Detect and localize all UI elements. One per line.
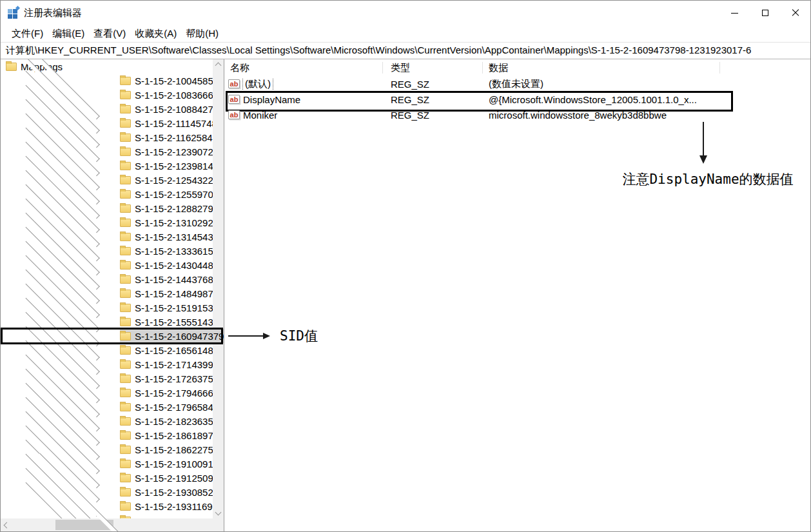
tree-item-label: S-1-15-2-1162584699-752881360-25: [135, 132, 224, 143]
string-value-icon: ab: [228, 95, 240, 104]
folder-icon: [120, 332, 131, 340]
scrollbar-corner: [213, 518, 224, 531]
tree-item-label: S-1-15-2-1310292540-1029022339-4: [135, 217, 224, 228]
menu-item[interactable]: 收藏夹(A): [130, 28, 181, 40]
folder-icon: [120, 91, 131, 99]
tree-horizontal-scrollbar[interactable]: [1, 518, 213, 531]
folder-icon: [6, 63, 17, 71]
maximize-button[interactable]: [750, 1, 780, 25]
folder-icon: [120, 403, 131, 411]
tree-item-label: S-1-15-2-1255970798-2717750985-49: [135, 189, 224, 200]
folder-icon: [120, 247, 131, 255]
menu-item[interactable]: 查看(V): [89, 28, 130, 40]
window-title: 注册表编辑器: [24, 7, 82, 19]
menu-item[interactable]: 文件(F): [7, 28, 48, 40]
value-name: DisplayName: [243, 94, 300, 105]
folder-icon: [120, 190, 131, 199]
folder-icon: [120, 204, 131, 213]
value-name: (默认): [243, 78, 273, 90]
scroll-up-icon[interactable]: [215, 63, 222, 69]
scroll-left-icon[interactable]: [4, 522, 10, 528]
tree-item-label: S-1-15-2-1443768658-4142614663-2: [135, 274, 224, 285]
tree-item-label: S-1-15-2-1930852602-715273891-22: [135, 487, 224, 498]
folder-icon: [120, 446, 131, 454]
folder-icon: [120, 162, 131, 170]
folder-icon: [120, 105, 131, 113]
registry-value-row[interactable]: abDisplayNameREG_SZ@{Microsoft.WindowsSt…: [224, 92, 810, 107]
maximize-icon: [762, 10, 768, 16]
close-button[interactable]: [780, 1, 810, 25]
folder-icon: [120, 346, 131, 355]
value-data: (数值未设置): [483, 78, 810, 90]
registry-tree-panel: Mappings S-1-15-2-1004585581-463866918-9…: [1, 59, 224, 531]
column-header-name[interactable]: 名称: [224, 62, 383, 74]
folder-icon: [120, 119, 131, 128]
annotation-sid-note: SID值: [280, 327, 318, 345]
tree-item-label: S-1-15-2-1796584566-1979181429-1: [135, 402, 224, 413]
menu-item[interactable]: 帮助(H): [181, 28, 223, 40]
folder-icon: [120, 233, 131, 241]
folder-icon: [120, 133, 131, 142]
value-data: @{Microsoft.WindowsStore_12005.1001.1.0_…: [483, 94, 810, 105]
value-type: REG_SZ: [383, 110, 483, 121]
tree-item-label: S-1-15-2-1609473798-1231923017-6: [135, 331, 224, 342]
column-header-data[interactable]: 数据: [483, 62, 720, 74]
tree-item-label: S-1-15-2-1254322593-1477425798-15: [135, 175, 224, 186]
registry-value-row[interactable]: abMonikerREG_SZmicrosoft.windowsstore_8w…: [224, 107, 810, 123]
tree-item-label: S-1-15-2-1714399563-1326177402-2: [135, 359, 224, 370]
folder-icon: [120, 502, 131, 511]
annotation-down-arrow: [699, 122, 708, 164]
tree-item-label: S-1-15-2-1484987186-1222498055-18: [135, 288, 224, 299]
folder-icon: [120, 219, 131, 227]
tree-item-label: S-1-15-2-1088427584-601885174-22: [135, 104, 224, 115]
folder-icon: [120, 77, 131, 85]
tree-item[interactable]: S-1-15-2-1931169351-620762451-42: [1, 499, 224, 513]
value-data: microsoft.windowsstore_8wekyb3d8bbwe: [483, 110, 810, 121]
address-bar[interactable]: 计算机\HKEY_CURRENT_USER\Software\Classes\L…: [1, 42, 810, 59]
scroll-down-icon[interactable]: [215, 509, 222, 516]
close-icon: [792, 9, 799, 17]
tree-item-label: S-1-15-2-1910091885-1573563583-1: [135, 458, 224, 469]
annotation-right-arrow: [228, 335, 263, 337]
menu-item[interactable]: 编辑(E): [48, 28, 89, 40]
tree-item-label: S-1-15-2-1656148236-1279848544-2: [135, 345, 224, 356]
folder-icon: [120, 460, 131, 468]
value-name: Moniker: [243, 110, 277, 121]
minimize-icon: [731, 13, 738, 14]
folder-icon: [120, 375, 131, 383]
registry-values-panel: 名称 类型 数据 ab(默认)REG_SZ(数值未设置)abDisplayNam…: [224, 59, 810, 531]
tree-item-label: S-1-15-2-111457488-3685470335-81: [135, 118, 224, 129]
main-area: Mappings S-1-15-2-1004585581-463866918-9…: [1, 59, 810, 531]
value-rows: ab(默认)REG_SZ(数值未设置)abDisplayNameREG_SZ@{…: [224, 76, 810, 123]
folder-icon: [120, 474, 131, 482]
tree-item-label: S-1-15-2-1912509539-3368118754-2: [135, 473, 224, 484]
column-header-type[interactable]: 类型: [383, 62, 483, 74]
tree-item-label: S-1-15-2-1519153344-717422182-37: [135, 302, 224, 313]
tree-item-label: S-1-15-2-1823635404-1364722122-2: [135, 416, 224, 427]
title-bar: 注册表编辑器: [1, 1, 810, 25]
tree-item-label: S-1-15-2-1288279408-4010470124-2: [135, 203, 224, 214]
folder-icon: [120, 304, 131, 312]
string-value-icon: ab: [228, 110, 240, 119]
value-type: REG_SZ: [383, 94, 483, 105]
folder-icon: [120, 148, 131, 156]
tree-item-label: S-1-15-2-1861897761-1695161497-2: [135, 430, 224, 441]
tree-item-label: S-1-15-2-1726375552-1729233799-7: [135, 373, 224, 384]
string-value-icon: ab: [228, 79, 240, 88]
tree-vertical-scrollbar[interactable]: [213, 59, 224, 518]
tree-item-label: S-1-15-2-1004585581-463866918-92: [135, 75, 224, 86]
folder-icon: [120, 389, 131, 397]
registry-editor-icon: [8, 8, 18, 18]
registry-value-row[interactable]: ab(默认)REG_SZ(数值未设置): [224, 76, 810, 92]
minimize-button[interactable]: [719, 1, 750, 25]
folder-icon: [120, 360, 131, 369]
tree-item-label: S-1-15-2-1239072475-3687740317-18: [135, 146, 224, 157]
annotation-displayname-note: 注意DisplayName的数据值: [605, 170, 810, 188]
folder-icon: [120, 261, 131, 270]
folder-icon: [120, 488, 131, 497]
registry-path: 计算机\HKEY_CURRENT_USER\Software\Classes\L…: [6, 44, 751, 57]
folder-icon: [120, 176, 131, 184]
window-controls: [719, 1, 810, 25]
tree-item-label: S-1-15-2-155514346-2573954481-75: [135, 317, 224, 328]
value-type: REG_SZ: [383, 79, 483, 90]
